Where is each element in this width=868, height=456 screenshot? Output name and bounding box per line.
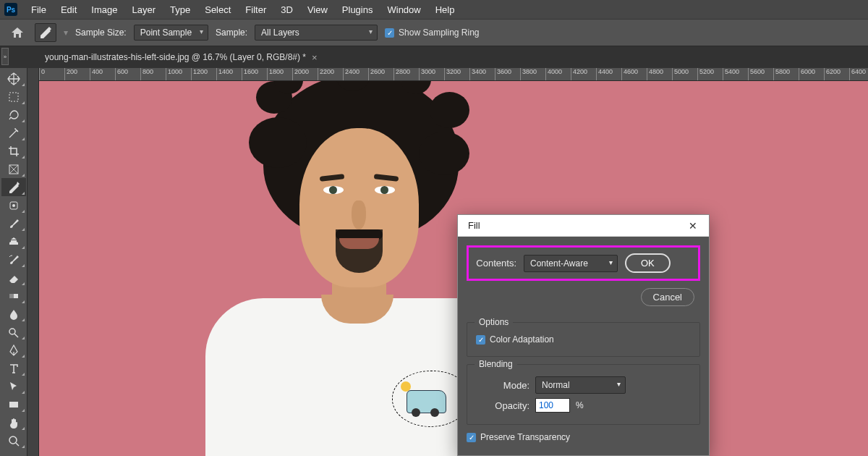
ruler-tick: 2600 [368, 68, 385, 81]
ok-button[interactable]: OK [625, 253, 671, 273]
ruler-tick: 1600 [242, 68, 258, 81]
eraser-tool-icon [7, 271, 20, 284]
lasso-tool-icon [7, 109, 20, 122]
contents-label: Contents: [476, 258, 516, 269]
ruler-tick: 1400 [216, 68, 233, 81]
dialog-close-button[interactable]: ✕ [684, 220, 702, 232]
ruler-tick: 5400 [723, 68, 739, 81]
history-brush-tool[interactable] [1, 250, 26, 269]
menu-select[interactable]: Select [198, 1, 237, 18]
hand-tool[interactable] [1, 413, 26, 431]
opacity-input[interactable] [535, 398, 570, 413]
show-sampling-ring-checkbox[interactable]: ✓ Show Sampling Ring [385, 28, 479, 38]
dialog-titlebar[interactable]: Fill ✕ [458, 215, 709, 237]
ruler-tick: 3000 [419, 68, 435, 81]
menu-filter[interactable]: Filter [239, 1, 273, 18]
zoom-tool[interactable] [1, 431, 26, 449]
color-adaptation-checkbox[interactable]: ✓ Color Adaptation [476, 334, 554, 345]
menu-help[interactable]: Help [429, 1, 461, 18]
home-button[interactable] [7, 25, 27, 41]
options-fieldset: Options ✓ Color Adaptation [467, 322, 700, 357]
eyedropper-icon [39, 26, 52, 39]
opacity-label: Opacity: [476, 400, 529, 411]
rectangle-tool[interactable] [1, 395, 26, 413]
eyedropper-tool-icon [7, 181, 20, 194]
magic-wand-tool[interactable] [1, 124, 26, 142]
menu-3d[interactable]: 3D [274, 1, 299, 18]
path-select-tool[interactable] [1, 377, 26, 395]
crop-tool-icon [7, 145, 20, 158]
menu-view[interactable]: View [301, 1, 334, 18]
spot-heal-tool[interactable] [1, 196, 26, 214]
ruler-tick: 2800 [393, 68, 410, 81]
pen-tool[interactable] [1, 341, 26, 359]
gradient-tool[interactable] [1, 287, 26, 305]
move-tool[interactable] [1, 69, 26, 88]
ruler-tick: 5200 [697, 68, 714, 81]
svg-rect-5 [9, 294, 14, 298]
preserve-transparency-label: Preserve Transparency [480, 432, 570, 442]
ruler-tick: 0 [39, 68, 45, 81]
svg-rect-7 [9, 402, 18, 408]
document-tab[interactable]: young-man-illustrates-his-left-side.jpg … [36, 48, 326, 67]
menu-layer[interactable]: Layer [126, 1, 163, 18]
sample-size-select[interactable]: Point Sample [134, 25, 208, 41]
brush-tool[interactable] [1, 214, 26, 232]
type-tool[interactable] [1, 359, 26, 377]
ruler-tick: 4600 [621, 68, 638, 81]
ruler-tick: 6400 [849, 68, 866, 81]
opacity-percent: % [576, 400, 584, 410]
frame-tool-icon [7, 163, 20, 176]
ruler-tick: 2200 [318, 68, 334, 81]
dialog-title: Fill [468, 220, 480, 231]
cancel-button[interactable]: Cancel [641, 288, 694, 306]
current-tool-preset[interactable] [35, 23, 56, 42]
home-icon [11, 27, 24, 38]
menu-image[interactable]: Image [85, 1, 124, 18]
menu-window[interactable]: Window [380, 1, 427, 18]
menu-plugins[interactable]: Plugins [336, 1, 380, 18]
canvas[interactable] [39, 81, 868, 456]
blur-tool[interactable] [1, 305, 26, 323]
gradient-tool-icon [7, 290, 20, 303]
path-select-tool-icon [7, 380, 20, 393]
clone-stamp-tool[interactable] [1, 232, 26, 250]
fill-dialog: Fill ✕ Contents: Content-Aware OK Cancel… [457, 214, 710, 456]
ruler-tick: 800 [140, 68, 153, 81]
mode-select[interactable]: Normal [535, 376, 626, 394]
lasso-tool[interactable] [1, 106, 26, 124]
menu-edit[interactable]: Edit [54, 1, 83, 18]
close-tab-button[interactable]: × [312, 52, 318, 63]
toolbar [0, 68, 27, 456]
ruler-tick: 5000 [672, 68, 689, 81]
dodge-tool[interactable] [1, 323, 26, 341]
options-legend: Options [475, 317, 513, 327]
sample-select[interactable]: All Layers [255, 25, 378, 41]
document-tab-title: young-man-illustrates-his-left-side.jpg … [45, 52, 306, 62]
preserve-transparency-checkbox[interactable]: ✓ Preserve Transparency [467, 432, 570, 442]
ruler-tick: 2400 [343, 68, 359, 81]
expand-panels-button[interactable]: » [1, 48, 9, 65]
eraser-tool[interactable] [1, 269, 26, 287]
check-icon: ✓ [467, 433, 476, 442]
brush-tool-icon [7, 217, 20, 230]
blending-legend: Blending [475, 359, 517, 369]
ruler-tick: 3600 [495, 68, 511, 81]
contents-select[interactable]: Content-Aware [524, 255, 618, 272]
marquee-tool[interactable] [1, 88, 26, 106]
ruler-tick: 3200 [444, 68, 461, 81]
svg-rect-0 [9, 93, 18, 101]
svg-point-8 [9, 436, 17, 444]
menu-type[interactable]: Type [163, 1, 197, 18]
contents-row-highlight: Contents: Content-Aware OK [467, 245, 700, 281]
collapsed-panel-strip[interactable] [27, 68, 39, 456]
frame-tool[interactable] [1, 160, 26, 178]
crop-tool[interactable] [1, 142, 26, 160]
ruler-tick: 2000 [292, 68, 309, 81]
eyedropper-tool[interactable] [1, 178, 26, 196]
type-tool-icon [7, 362, 20, 375]
ruler-tick: 600 [115, 68, 128, 81]
move-tool-icon [7, 72, 20, 85]
menu-file[interactable]: File [25, 1, 53, 18]
document-tab-bar: young-man-illustrates-his-left-side.jpg … [0, 46, 868, 68]
